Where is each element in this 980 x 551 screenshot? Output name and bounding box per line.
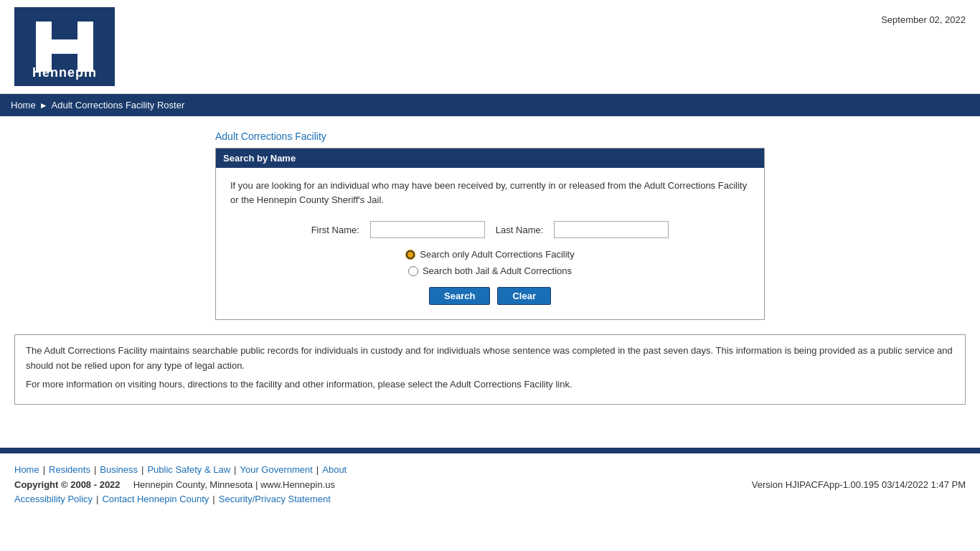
breadcrumb-current: Adult Corrections Facility Roster	[52, 100, 185, 110]
footer-links: Home | Residents | Business | Public Saf…	[14, 464, 966, 475]
radio-acf-only[interactable]	[405, 250, 415, 260]
last-name-label: Last Name:	[496, 225, 543, 235]
footer-divider	[0, 448, 980, 453]
footer: Home | Residents | Business | Public Saf…	[0, 453, 980, 515]
footer-publicsafety-link[interactable]: Public Safety & Law	[147, 464, 230, 475]
footer-government-link[interactable]: Your Government	[240, 464, 312, 475]
sep2: |	[94, 464, 96, 475]
info-line2: For more information on visiting hours, …	[26, 377, 954, 392]
copyright-text: Copyright © 2008 - 2022	[14, 479, 121, 490]
radio-both[interactable]	[408, 266, 418, 276]
radio1-label: Search only Adult Corrections Facility	[420, 249, 574, 260]
footer-org: Hennepin County, Minnesota | www.Hennepi…	[133, 479, 335, 490]
sep3: |	[141, 464, 143, 475]
sep4: |	[234, 464, 236, 475]
first-name-input[interactable]	[370, 221, 485, 238]
radio2-label: Search both Jail & Adult Corrections	[423, 265, 572, 276]
main-content: Adult Corrections Facility Search by Nam…	[0, 116, 980, 433]
sep5: |	[316, 464, 319, 475]
footer-bottom-links: Accessibility Policy | Contact Hennepin …	[14, 494, 966, 504]
logo: Hennepin	[14, 7, 115, 86]
breadcrumb-separator: ►	[39, 100, 48, 110]
footer-residents-link[interactable]: Residents	[49, 464, 90, 475]
search-button[interactable]: Search	[429, 287, 490, 305]
logo-container: Hennepin	[14, 7, 115, 86]
last-name-input[interactable]	[554, 221, 669, 238]
page-header: Hennepin September 02, 2022	[0, 0, 980, 94]
logo-text: Hennepin	[14, 65, 115, 80]
search-panel: Search by Name If you are looking for an…	[215, 148, 765, 320]
facility-title: Adult Corrections Facility	[215, 131, 966, 142]
search-description: If you are looking for an individual who…	[230, 179, 750, 207]
button-row: Search Clear	[230, 287, 750, 305]
radio-group: Search only Adult Corrections Facility S…	[230, 249, 750, 276]
breadcrumb: Home ► Adult Corrections Facility Roster	[0, 94, 980, 116]
breadcrumb-home-link[interactable]: Home	[11, 100, 36, 110]
first-name-label: First Name:	[311, 225, 359, 235]
sep6: |	[96, 494, 98, 504]
footer-business-link[interactable]: Business	[100, 464, 138, 475]
radio-item-1: Search only Adult Corrections Facility	[405, 249, 574, 260]
radio-item-2: Search both Jail & Adult Corrections	[408, 265, 572, 276]
security-link[interactable]: Security/Privacy Statement	[219, 494, 331, 504]
sep1: |	[43, 464, 45, 475]
accessibility-link[interactable]: Accessibility Policy	[14, 494, 93, 504]
footer-about-link[interactable]: About	[322, 464, 347, 475]
date-display: September 02, 2022	[881, 7, 966, 25]
logo-h	[36, 22, 93, 72]
info-box: The Adult Corrections Facility maintains…	[14, 334, 966, 405]
name-fields: First Name: Last Name:	[230, 221, 750, 238]
footer-home-link[interactable]: Home	[14, 464, 39, 475]
footer-version: Version HJIPACFApp-1.00.195 03/14/2022 1…	[752, 479, 966, 490]
search-panel-header: Search by Name	[216, 149, 764, 168]
clear-button[interactable]: Clear	[497, 287, 551, 305]
info-line1: The Adult Corrections Facility maintains…	[26, 344, 954, 374]
sep7: |	[212, 494, 215, 504]
search-panel-body: If you are looking for an individual who…	[216, 168, 764, 319]
contact-link[interactable]: Contact Hennepin County	[102, 494, 209, 504]
